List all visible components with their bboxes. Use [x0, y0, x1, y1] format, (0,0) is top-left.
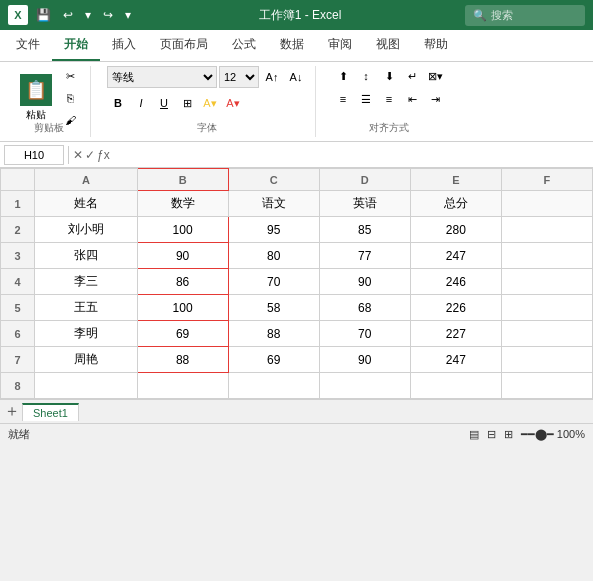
indent-more-button[interactable]: ⇥: [424, 89, 446, 109]
underline-button[interactable]: U: [153, 93, 175, 113]
cell-F3[interactable]: [501, 243, 592, 269]
bold-button[interactable]: B: [107, 93, 129, 113]
font-size-select[interactable]: 12: [219, 66, 259, 88]
undo-dropdown[interactable]: ▾: [81, 6, 95, 24]
col-header-e[interactable]: E: [410, 169, 501, 191]
cell-A4[interactable]: 李三: [35, 269, 137, 295]
cell-F4[interactable]: [501, 269, 592, 295]
cell-E7[interactable]: 247: [410, 347, 501, 373]
confirm-formula-icon[interactable]: ✓: [85, 148, 95, 162]
cancel-formula-icon[interactable]: ✕: [73, 148, 83, 162]
cell-C2[interactable]: 95: [228, 217, 319, 243]
cell-A8[interactable]: [35, 373, 137, 399]
cell-D2[interactable]: 85: [319, 217, 410, 243]
tab-formula[interactable]: 公式: [220, 30, 268, 61]
cell-D6[interactable]: 70: [319, 321, 410, 347]
col-header-d[interactable]: D: [319, 169, 410, 191]
row-header-8[interactable]: 8: [1, 373, 35, 399]
insert-function-icon[interactable]: ƒx: [97, 148, 110, 162]
col-header-f[interactable]: F: [501, 169, 592, 191]
border-button[interactable]: ⊞: [176, 93, 198, 113]
cell-E4[interactable]: 246: [410, 269, 501, 295]
fill-color-button[interactable]: A▾: [199, 93, 221, 113]
cell-C7[interactable]: 69: [228, 347, 319, 373]
cell-B5[interactable]: 100: [137, 295, 228, 321]
row-header-6[interactable]: 6: [1, 321, 35, 347]
row-header-5[interactable]: 5: [1, 295, 35, 321]
page-layout-view-button[interactable]: ⊟: [487, 428, 496, 441]
cell-D5[interactable]: 68: [319, 295, 410, 321]
cell-B1[interactable]: 数学: [137, 191, 228, 217]
cell-E1[interactable]: 总分: [410, 191, 501, 217]
redo-button[interactable]: ↪: [99, 6, 117, 24]
cell-D4[interactable]: 90: [319, 269, 410, 295]
decrease-font-button[interactable]: A↓: [285, 67, 307, 87]
col-header-b[interactable]: B: [137, 169, 228, 191]
tab-pagelayout[interactable]: 页面布局: [148, 30, 220, 61]
tab-insert[interactable]: 插入: [100, 30, 148, 61]
align-left-button[interactable]: ≡: [332, 89, 354, 109]
cell-A2[interactable]: 刘小明: [35, 217, 137, 243]
cell-D1[interactable]: 英语: [319, 191, 410, 217]
row-header-7[interactable]: 7: [1, 347, 35, 373]
cell-F7[interactable]: [501, 347, 592, 373]
row-header-3[interactable]: 3: [1, 243, 35, 269]
cell-E5[interactable]: 226: [410, 295, 501, 321]
cell-E2[interactable]: 280: [410, 217, 501, 243]
row-header-1[interactable]: 1: [1, 191, 35, 217]
cell-F1[interactable]: [501, 191, 592, 217]
cell-B7[interactable]: 88: [137, 347, 228, 373]
cell-F8[interactable]: [501, 373, 592, 399]
formula-input[interactable]: [114, 145, 589, 165]
cell-C8[interactable]: [228, 373, 319, 399]
cut-button[interactable]: ✂: [58, 66, 82, 86]
col-header-c[interactable]: C: [228, 169, 319, 191]
cell-B3[interactable]: 90: [137, 243, 228, 269]
cell-F2[interactable]: [501, 217, 592, 243]
col-header-a[interactable]: A: [35, 169, 137, 191]
tab-file[interactable]: 文件: [4, 30, 52, 61]
row-header-4[interactable]: 4: [1, 269, 35, 295]
align-bottom-button[interactable]: ⬇: [378, 66, 400, 86]
align-right-button[interactable]: ≡: [378, 89, 400, 109]
cell-C4[interactable]: 70: [228, 269, 319, 295]
cell-reference[interactable]: H10: [4, 145, 64, 165]
undo-button[interactable]: ↩: [59, 6, 77, 24]
cell-C6[interactable]: 88: [228, 321, 319, 347]
tab-review[interactable]: 审阅: [316, 30, 364, 61]
cell-B8[interactable]: [137, 373, 228, 399]
search-box[interactable]: 🔍 搜索: [465, 5, 585, 26]
cell-A5[interactable]: 王五: [35, 295, 137, 321]
align-center-button[interactable]: ☰: [355, 89, 377, 109]
cell-E3[interactable]: 247: [410, 243, 501, 269]
cell-E6[interactable]: 227: [410, 321, 501, 347]
zoom-slider[interactable]: ━━⬤━ 100%: [521, 428, 585, 441]
cell-D7[interactable]: 90: [319, 347, 410, 373]
cell-C5[interactable]: 58: [228, 295, 319, 321]
font-color-button[interactable]: A▾: [222, 93, 244, 113]
cell-B6[interactable]: 69: [137, 321, 228, 347]
tab-help[interactable]: 帮助: [412, 30, 460, 61]
row-header-2[interactable]: 2: [1, 217, 35, 243]
page-break-view-button[interactable]: ⊞: [504, 428, 513, 441]
paste-button[interactable]: 📋 粘贴: [16, 70, 56, 126]
cell-A3[interactable]: 张四: [35, 243, 137, 269]
align-top-button[interactable]: ⬆: [332, 66, 354, 86]
save-button[interactable]: 💾: [32, 6, 55, 24]
wrap-text-button[interactable]: ↵: [401, 66, 423, 86]
sheet-tab-1[interactable]: Sheet1: [22, 403, 79, 421]
cell-D8[interactable]: [319, 373, 410, 399]
tab-view[interactable]: 视图: [364, 30, 412, 61]
indent-less-button[interactable]: ⇤: [401, 89, 423, 109]
copy-button[interactable]: ⎘: [58, 88, 82, 108]
cell-B2[interactable]: 100: [137, 217, 228, 243]
cell-D3[interactable]: 77: [319, 243, 410, 269]
customize-button[interactable]: ▾: [121, 6, 135, 24]
merge-button[interactable]: ⊠▾: [424, 66, 446, 86]
font-name-select[interactable]: 等线: [107, 66, 217, 88]
add-sheet-button[interactable]: ＋: [4, 401, 20, 422]
tab-home[interactable]: 开始: [52, 30, 100, 61]
cell-A1[interactable]: 姓名: [35, 191, 137, 217]
cell-F6[interactable]: [501, 321, 592, 347]
cell-A7[interactable]: 周艳: [35, 347, 137, 373]
